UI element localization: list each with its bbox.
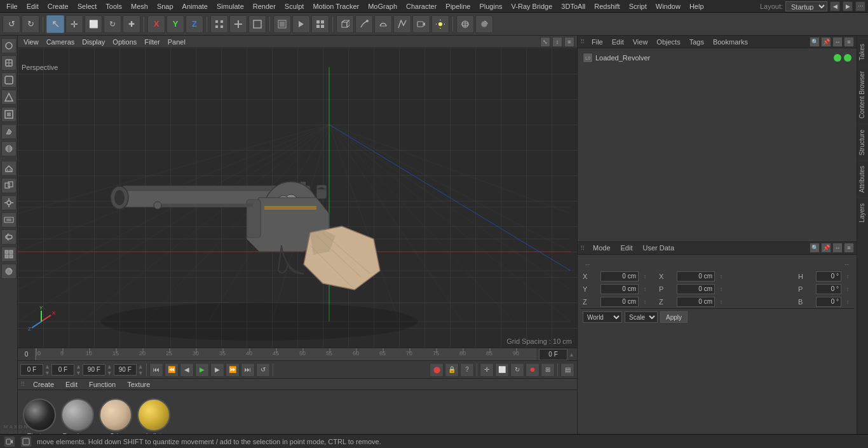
left-btn-13[interactable] bbox=[1, 247, 17, 262]
menu-select[interactable]: Select bbox=[74, 2, 101, 11]
attr-arrow-x-pos[interactable]: ↕ bbox=[641, 273, 649, 280]
vp-display[interactable]: Display bbox=[79, 37, 108, 46]
playback-end-frame[interactable] bbox=[83, 364, 105, 376]
far-tab-takes[interactable]: Takes bbox=[857, 38, 868, 65]
vp-options[interactable]: Options bbox=[109, 37, 140, 46]
object-row-revolver[interactable]: L0 Loaded_Revolver bbox=[580, 51, 854, 65]
scale-btn[interactable]: ⬜ bbox=[85, 15, 102, 33]
vp-filter[interactable]: Filter bbox=[141, 37, 163, 46]
mat-edit[interactable]: Edit bbox=[62, 380, 81, 389]
rotate-tool-btn[interactable]: ↻ bbox=[510, 363, 524, 377]
select-mode-btn[interactable]: ↖ bbox=[46, 15, 64, 33]
attr-tab-mode[interactable]: Mode bbox=[589, 243, 614, 252]
left-btn-10[interactable] bbox=[1, 195, 17, 210]
spline-btn[interactable] bbox=[393, 15, 411, 33]
grid-btn[interactable]: ⊞ bbox=[541, 363, 555, 377]
menu-motion-tracker[interactable]: Motion Tracker bbox=[309, 2, 363, 11]
frame-arrow-up[interactable]: ▲ bbox=[569, 351, 574, 358]
start-frame-arrows[interactable]: ▲▼ bbox=[44, 363, 50, 376]
left-btn-5[interactable] bbox=[1, 107, 17, 122]
camera-btn[interactable] bbox=[412, 15, 430, 33]
menu-mograph[interactable]: MoGraph bbox=[364, 2, 401, 11]
rp-pin-btn[interactable]: 📌 bbox=[821, 37, 831, 47]
attr-arrow-x2[interactable]: ↕ bbox=[717, 273, 725, 280]
move-tool-btn[interactable]: ✛ bbox=[480, 363, 494, 377]
rtab-edit[interactable]: Edit bbox=[608, 37, 628, 46]
end-frame-arrows[interactable]: ▲▼ bbox=[107, 363, 112, 376]
attr-search-btn[interactable]: 🔍 bbox=[810, 243, 820, 253]
left-btn-7[interactable] bbox=[1, 141, 17, 156]
loop-btn[interactable]: ↺ bbox=[256, 363, 270, 377]
help-btn[interactable]: ? bbox=[460, 363, 474, 377]
menu-redshift[interactable]: Redshift bbox=[590, 2, 623, 11]
menu-3dtoall[interactable]: 3DToAll bbox=[557, 2, 589, 11]
left-btn-9[interactable] bbox=[1, 178, 17, 193]
attr-link-btn[interactable]: ↔ bbox=[832, 243, 843, 253]
render-all-btn[interactable] bbox=[311, 15, 329, 33]
left-btn-14[interactable] bbox=[1, 264, 17, 279]
menu-plugins[interactable]: Plugins bbox=[475, 2, 506, 11]
light-btn[interactable] bbox=[431, 15, 449, 33]
far-tab-content-browser[interactable]: Content Browser bbox=[857, 65, 868, 123]
attr-input-z-pos[interactable] bbox=[600, 297, 639, 307]
rtab-file[interactable]: File bbox=[588, 37, 607, 46]
attr-input-y-pos[interactable] bbox=[600, 284, 639, 294]
rtab-objects[interactable]: Objects bbox=[653, 37, 684, 46]
material-btn[interactable] bbox=[475, 15, 493, 33]
material-sphere-grip[interactable] bbox=[99, 398, 132, 431]
menu-sculpt[interactable]: Sculpt bbox=[281, 2, 308, 11]
auto-key-btn[interactable]: 🔒 bbox=[445, 363, 459, 377]
layout-next-btn[interactable]: ▶ bbox=[843, 1, 853, 11]
object-dot2-revolver[interactable] bbox=[844, 54, 851, 62]
vp-lock-btn[interactable]: ↕ bbox=[552, 37, 562, 47]
scale-dropdown[interactable]: Scale bbox=[625, 311, 658, 323]
menu-mesh[interactable]: Mesh bbox=[127, 2, 152, 11]
mat-create[interactable]: Create bbox=[30, 380, 57, 389]
attr-arrow-h[interactable]: ↕ bbox=[844, 273, 851, 280]
pen-btn[interactable] bbox=[355, 15, 373, 33]
max-frame-arrows[interactable]: ▲▼ bbox=[138, 363, 144, 376]
layout-prev-btn[interactable]: ◀ bbox=[830, 1, 840, 11]
next-key-btn[interactable]: ⏩ bbox=[226, 363, 240, 377]
attr-tab-userdata[interactable]: User Data bbox=[639, 243, 679, 252]
attr-input-z-size[interactable] bbox=[677, 297, 715, 307]
attr-arrow-z-size[interactable]: ↕ bbox=[717, 299, 725, 305]
attr-arrow-z-pos[interactable]: ↕ bbox=[641, 299, 649, 305]
material-sphere-bullet[interactable] bbox=[137, 398, 170, 431]
rtab-view[interactable]: View bbox=[629, 37, 652, 46]
attr-tab-edit[interactable]: Edit bbox=[617, 243, 637, 252]
menu-edit[interactable]: Edit bbox=[23, 2, 43, 11]
scale-tool-btn[interactable]: ⬜ bbox=[495, 363, 509, 377]
move-btn[interactable]: ✛ bbox=[65, 15, 83, 33]
attr-arrow-y-pos[interactable]: ↕ bbox=[641, 286, 649, 292]
left-btn-3[interactable] bbox=[1, 72, 17, 88]
attr-input-p-size[interactable] bbox=[677, 284, 715, 294]
menu-snap[interactable]: Snap bbox=[153, 2, 177, 11]
attr-arrow-p-size[interactable]: ↕ bbox=[717, 286, 725, 292]
playback-start-frame[interactable] bbox=[20, 364, 43, 376]
left-btn-11[interactable] bbox=[1, 212, 17, 227]
left-btn-6[interactable] bbox=[1, 124, 17, 139]
attr-pin-btn[interactable]: 📌 bbox=[821, 243, 831, 253]
layout-dropdown[interactable]: Startup bbox=[785, 1, 827, 11]
attr-arrow-b[interactable]: ↕ bbox=[844, 299, 851, 305]
polygons-btn[interactable] bbox=[248, 15, 266, 33]
playback-current-frame[interactable] bbox=[51, 364, 74, 376]
far-tab-structure[interactable]: Structure bbox=[857, 124, 868, 161]
record-btn[interactable]: ⏺ bbox=[526, 363, 539, 377]
far-tab-attributes[interactable]: Attributes bbox=[857, 160, 868, 198]
vp-menu-btn[interactable]: ≡ bbox=[564, 37, 574, 47]
undo-button[interactable]: ↺ bbox=[3, 15, 20, 33]
prev-key-btn[interactable]: ⏪ bbox=[165, 363, 179, 377]
vp-panel[interactable]: Panel bbox=[165, 37, 189, 46]
axis-y-btn[interactable]: Y bbox=[166, 15, 184, 33]
timeline-ruler[interactable]: 0 5 10 15 20 25 30 35 40 bbox=[36, 348, 536, 361]
next-frame-btn[interactable]: ▶ bbox=[210, 363, 224, 377]
menu-create[interactable]: Create bbox=[44, 2, 72, 11]
left-btn-4[interactable] bbox=[1, 90, 17, 105]
menu-vray[interactable]: V-Ray Bridge bbox=[508, 2, 557, 11]
mat-function[interactable]: Function bbox=[86, 380, 119, 389]
current-frame-arrows[interactable]: ▲▼ bbox=[76, 363, 81, 376]
menu-script[interactable]: Script bbox=[625, 2, 651, 11]
menu-help[interactable]: Help bbox=[686, 2, 708, 11]
